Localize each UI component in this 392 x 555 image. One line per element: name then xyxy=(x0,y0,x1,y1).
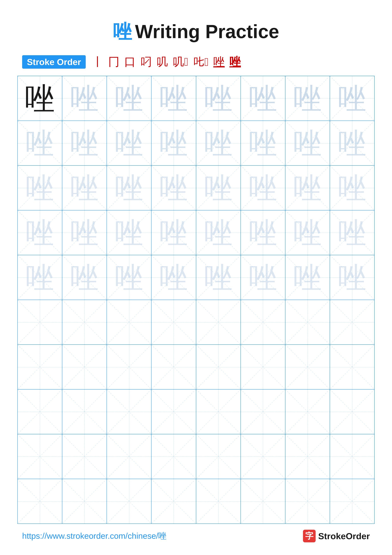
grid-cell[interactable]: 唑 xyxy=(107,76,151,121)
svg-line-102 xyxy=(151,345,196,389)
grid-cell[interactable] xyxy=(62,345,107,389)
grid-cell[interactable] xyxy=(241,300,285,344)
grid-cell[interactable] xyxy=(196,345,241,389)
grid-cell[interactable]: 唑 xyxy=(241,76,285,121)
grid-cell[interactable]: 唑 xyxy=(196,210,241,255)
grid-cell[interactable]: 唑 xyxy=(241,166,285,210)
grid-cell[interactable] xyxy=(18,300,62,344)
grid-cell[interactable]: 唑 xyxy=(285,76,330,121)
grid-cell[interactable] xyxy=(196,434,241,479)
grid-cell[interactable]: 唑 xyxy=(330,76,374,121)
grid-cell[interactable]: 唑 xyxy=(151,210,196,255)
svg-line-108 xyxy=(285,345,330,389)
grid-cell[interactable]: 唑 xyxy=(62,121,107,165)
grid-cell[interactable]: 唑 xyxy=(62,76,107,121)
grid-cell[interactable]: 唑 xyxy=(18,210,62,255)
grid-cell[interactable]: 唑 xyxy=(285,255,330,300)
svg-line-136 xyxy=(196,434,241,479)
stroke-5: 叽 xyxy=(157,54,168,69)
grid-cell[interactable]: 唑 xyxy=(241,121,285,165)
grid-cell[interactable]: 唑 xyxy=(62,210,107,255)
grid-cell[interactable] xyxy=(330,345,374,389)
grid-cell[interactable]: 唑 xyxy=(241,255,285,300)
grid-cell[interactable]: 唑 xyxy=(107,255,151,300)
grid-cell[interactable] xyxy=(241,389,285,434)
grid-cell[interactable] xyxy=(196,300,241,344)
grid-cell[interactable] xyxy=(151,345,196,389)
grid-cell[interactable]: 唑 xyxy=(107,210,151,255)
grid-cell[interactable] xyxy=(62,389,107,434)
grid-cell[interactable]: 唑 xyxy=(330,121,374,165)
grid-cell[interactable] xyxy=(330,479,374,524)
grid-cell[interactable] xyxy=(107,300,151,344)
logo-char: 字 xyxy=(305,531,314,541)
grid-row xyxy=(18,300,374,345)
svg-line-152 xyxy=(196,479,241,524)
svg-line-82 xyxy=(62,300,107,344)
grid-cell[interactable]: 唑 xyxy=(196,76,241,121)
grid-cell[interactable] xyxy=(151,300,196,344)
svg-line-158 xyxy=(330,479,374,524)
svg-line-155 xyxy=(241,479,285,524)
grid-cell[interactable]: 唑 xyxy=(151,121,196,165)
svg-line-137 xyxy=(196,434,241,479)
grid-cell[interactable] xyxy=(241,434,285,479)
svg-line-89 xyxy=(196,300,241,344)
grid-cell[interactable]: 唑 xyxy=(285,210,330,255)
grid-cell[interactable] xyxy=(107,434,151,479)
grid-cell[interactable]: 唑 xyxy=(330,210,374,255)
grid-cell[interactable] xyxy=(241,479,285,524)
grid-cell[interactable]: 唑 xyxy=(62,255,107,300)
grid-cell[interactable]: 唑 xyxy=(196,166,241,210)
grid-cell[interactable]: 唑 xyxy=(107,166,151,210)
grid-cell[interactable] xyxy=(285,345,330,389)
grid-cell[interactable] xyxy=(285,434,330,479)
grid-cell[interactable]: 唑 xyxy=(107,121,151,165)
grid-cell[interactable] xyxy=(285,300,330,344)
grid-cell[interactable]: 唑 xyxy=(330,255,374,300)
grid-cell[interactable]: 唑 xyxy=(196,255,241,300)
svg-line-109 xyxy=(285,345,330,389)
grid-cell[interactable]: 唑 xyxy=(18,255,62,300)
grid-cell[interactable] xyxy=(18,434,62,479)
grid-cell[interactable] xyxy=(18,345,62,389)
svg-line-101 xyxy=(107,345,151,389)
grid-cell[interactable] xyxy=(151,434,196,479)
grid-cell[interactable] xyxy=(62,479,107,524)
grid-cell[interactable] xyxy=(62,300,107,344)
grid-cell[interactable] xyxy=(151,479,196,524)
grid-cell[interactable]: 唑 xyxy=(18,121,62,165)
grid-cell[interactable] xyxy=(107,479,151,524)
grid-cell[interactable]: 唑 xyxy=(285,121,330,165)
grid-cell[interactable] xyxy=(330,389,374,434)
grid-cell[interactable] xyxy=(196,389,241,434)
grid-cell[interactable] xyxy=(196,479,241,524)
grid-cell[interactable]: 唑 xyxy=(18,76,62,121)
grid-cell[interactable] xyxy=(107,389,151,434)
grid-cell[interactable]: 唑 xyxy=(151,255,196,300)
grid-cell[interactable] xyxy=(285,389,330,434)
grid-cell[interactable] xyxy=(18,389,62,434)
grid-cell[interactable]: 唑 xyxy=(330,166,374,210)
grid-cell[interactable]: 唑 xyxy=(196,121,241,165)
stroke-4: 叼 xyxy=(140,54,152,69)
grid-cell[interactable]: 唑 xyxy=(18,166,62,210)
grid-cell[interactable] xyxy=(285,479,330,524)
grid-cell[interactable] xyxy=(151,389,196,434)
footer-logo: 字 StrokeOrder xyxy=(303,530,370,542)
grid-cell[interactable] xyxy=(330,434,374,479)
grid-cell[interactable] xyxy=(241,345,285,389)
svg-line-99 xyxy=(62,345,107,389)
svg-line-97 xyxy=(18,345,62,389)
grid-cell[interactable]: 唑 xyxy=(285,166,330,210)
grid-cell[interactable] xyxy=(107,345,151,389)
grid-cell[interactable] xyxy=(330,300,374,344)
grid-cell[interactable]: 唑 xyxy=(62,166,107,210)
svg-line-156 xyxy=(285,479,330,524)
grid-cell[interactable] xyxy=(62,434,107,479)
writing-grid: 唑 唑 唑 唑 唑 唑 唑 唑 xyxy=(17,76,375,524)
grid-cell[interactable]: 唑 xyxy=(241,210,285,255)
grid-cell[interactable]: 唑 xyxy=(151,76,196,121)
grid-cell[interactable]: 唑 xyxy=(151,166,196,210)
grid-cell[interactable] xyxy=(18,479,62,524)
